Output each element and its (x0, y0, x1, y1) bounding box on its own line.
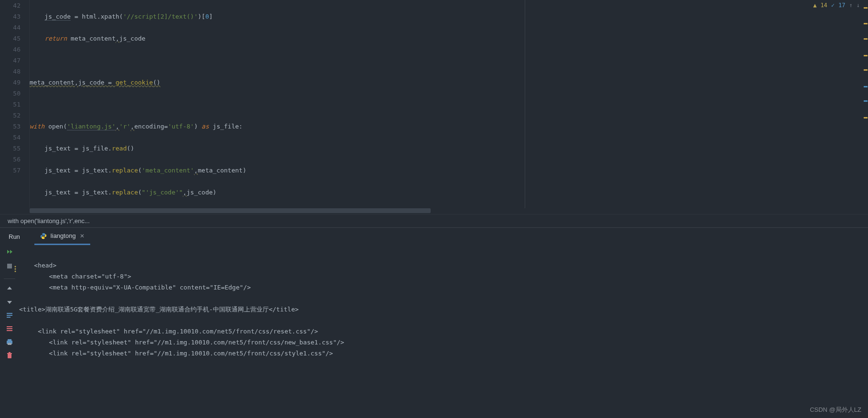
error-stripe[interactable] (862, 0, 868, 208)
svg-rect-9 (7, 330, 12, 331)
scrollbar-thumb[interactable] (30, 208, 431, 213)
svg-rect-14 (7, 353, 12, 354)
scroll-down-button[interactable] (6, 298, 13, 306)
svg-point-3 (15, 271, 16, 272)
close-tab-icon[interactable]: ✕ (80, 233, 85, 239)
editor-area: 42 43 44 45 46 47 48 49 50 51 52 53 54 5… (0, 0, 868, 208)
svg-rect-15 (9, 352, 11, 353)
breadcrumb[interactable]: with open('liantong.js','r',enc... (0, 214, 868, 227)
console-output[interactable]: <head> <meta charset="utf-8"> <meta http… (19, 245, 868, 410)
hint-count: 17 (838, 2, 845, 9)
code-editor[interactable]: js_code = html.xpath('//script[2]/text()… (30, 0, 868, 208)
soft-wrap-button[interactable] (6, 311, 13, 319)
print-button[interactable] (6, 338, 13, 346)
hint-icon: ✓ (831, 2, 835, 9)
line-number-gutter: 42 43 44 45 46 47 48 49 50 51 52 53 54 5… (0, 0, 30, 208)
more-menu-button[interactable] (11, 265, 19, 273)
arrow-down-icon[interactable]: ↓ (857, 2, 860, 9)
python-icon (40, 233, 47, 239)
ruler-line (525, 0, 525, 208)
run-tabs: Run liangtong ✕ (0, 228, 868, 245)
delete-button[interactable] (6, 352, 13, 359)
svg-rect-4 (7, 313, 12, 314)
svg-rect-7 (7, 326, 12, 327)
inspection-widget[interactable]: ▲ 14 ✓ 17 ↑ ↓ (813, 2, 860, 9)
arrow-up-icon[interactable]: ↑ (849, 2, 853, 9)
run-label: Run (9, 233, 20, 240)
svg-rect-5 (7, 315, 12, 316)
svg-rect-12 (8, 343, 11, 345)
horizontal-scrollbar[interactable] (0, 208, 868, 214)
svg-rect-13 (8, 354, 11, 358)
run-tool-window: Run liangtong ✕ <head> <meta charset="ut… (0, 227, 868, 410)
svg-rect-11 (8, 339, 11, 341)
scroll-to-end-button[interactable] (6, 325, 13, 332)
svg-point-1 (15, 266, 16, 268)
rerun-button[interactable] (6, 249, 13, 257)
warning-count: 14 (820, 2, 827, 9)
run-configuration-tab[interactable]: liangtong ✕ (34, 228, 90, 245)
svg-point-2 (15, 268, 16, 270)
warning-triangle-icon: ▲ (813, 2, 816, 9)
run-tab-label: liangtong (51, 232, 76, 239)
scroll-up-button[interactable] (6, 285, 13, 292)
watermark-text: CSDN @局外人LZ (810, 406, 861, 414)
svg-rect-6 (7, 317, 11, 318)
svg-rect-8 (7, 328, 12, 329)
run-toolbar (0, 245, 19, 410)
